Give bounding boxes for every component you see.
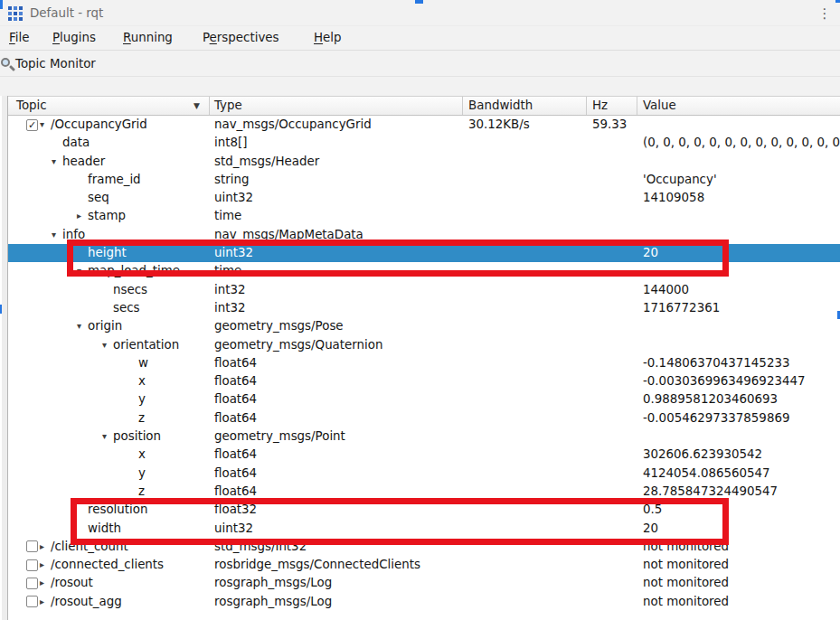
column-header-topic[interactable]: Topic	[16, 97, 47, 115]
type-cell: rosgraph_msgs/Log	[214, 593, 332, 611]
topic-name[interactable]: seq	[88, 189, 109, 207]
table-row[interactable]: yfloat640.9889581203460693	[8, 390, 840, 409]
topic-name[interactable]: resolution	[88, 501, 147, 519]
table-row[interactable]: ▾origingeometry_msgs/Pose	[8, 317, 840, 335]
topic-checkbox[interactable]	[26, 559, 38, 571]
topic-name[interactable]: header	[62, 153, 105, 171]
blue-artifact	[835, 0, 840, 3]
column-divider[interactable]	[637, 97, 637, 115]
menu-item-plugins[interactable]: Plugins	[52, 26, 96, 50]
value-cell: 20	[643, 244, 658, 262]
table-row[interactable]: dataint8[](0, 0, 0, 0, 0, 0, 0, 0, 0, 0,…	[8, 134, 840, 152]
collapse-arrow-icon[interactable]: ▾	[72, 317, 86, 335]
topic-name[interactable]: y	[138, 465, 146, 483]
table-row[interactable]: ▸/client_countstd_msgs/Int32not monitore…	[8, 538, 840, 556]
column-header-bandwidth[interactable]: Bandwidth	[468, 97, 533, 115]
type-cell: nav_msgs/OccupancyGrid	[214, 116, 372, 134]
sort-desc-icon[interactable]: ▼	[193, 97, 200, 115]
topic-name[interactable]: z	[138, 409, 145, 427]
column-divider[interactable]	[586, 97, 587, 115]
type-cell: int8[]	[214, 134, 247, 152]
table-row[interactable]: xfloat64-0.0030369963496923447	[8, 372, 840, 390]
type-cell: float64	[214, 409, 257, 427]
overflow-menu-icon[interactable]: ⋮	[816, 3, 833, 24]
search-icon	[1, 58, 15, 72]
table-row[interactable]: zfloat6428.785847324490547	[8, 483, 840, 501]
topic-name[interactable]: /client_count	[51, 538, 128, 556]
value-cell: 28.785847324490547	[643, 483, 778, 501]
dock-left-edge	[2, 96, 8, 620]
collapse-arrow-icon[interactable]: ▾	[98, 427, 111, 446]
table-row[interactable]: ▾✓/OccupancyGridnav_msgs/OccupancyGrid30…	[8, 116, 840, 134]
topic-name[interactable]: height	[88, 244, 127, 262]
table-row[interactable]: frame_idstring'Occupancy'	[8, 171, 840, 189]
topic-name[interactable]: /OccupancyGrid	[51, 116, 147, 134]
table-row[interactable]: xfloat64302606.623930542	[8, 446, 840, 464]
topic-checkbox[interactable]	[26, 596, 38, 607]
topic-name[interactable]: /rosout_agg	[51, 593, 122, 611]
topic-checkbox[interactable]: ✓	[26, 119, 38, 131]
collapse-arrow-icon[interactable]: ▾	[47, 153, 61, 171]
table-row[interactable]: yfloat644124054.086560547	[8, 465, 840, 483]
column-divider[interactable]	[462, 97, 463, 115]
table-row[interactable]: ▾map_load_timetime	[8, 262, 840, 280]
column-header-hz[interactable]: Hz	[592, 97, 608, 115]
topic-name[interactable]: z	[138, 483, 145, 501]
type-cell: std_msgs/Int32	[214, 538, 307, 556]
topic-name[interactable]: origin	[88, 317, 122, 335]
topic-name[interactable]: width	[88, 520, 121, 538]
table-row[interactable]: nsecsint32144000	[8, 281, 840, 299]
menu-item-help[interactable]: Help	[314, 26, 342, 50]
collapse-arrow-icon[interactable]: ▾	[98, 336, 111, 354]
table-row[interactable]: resolutionfloat320.5	[8, 501, 840, 519]
topic-name[interactable]: /connected_clients	[51, 556, 164, 574]
menu-bar: File Plugins Running Perspectives Help	[0, 26, 840, 51]
table-body: ▾✓/OccupancyGridnav_msgs/OccupancyGrid30…	[8, 116, 840, 611]
topic-name[interactable]: x	[138, 372, 146, 390]
table-row[interactable]: heightuint3220	[8, 244, 840, 262]
topic-name[interactable]: orientation	[113, 336, 179, 354]
value-cell: not monitored	[643, 574, 729, 592]
table-row[interactable]: ▸/connected_clientsrosbridge_msgs/Connec…	[8, 556, 840, 574]
topic-name[interactable]: w	[138, 354, 148, 372]
menu-item-file[interactable]: File	[9, 26, 29, 50]
collapse-arrow-icon[interactable]: ▾	[72, 262, 86, 280]
table-row[interactable]: ▾positiongeometry_msgs/Point	[8, 427, 840, 446]
table-row[interactable]: zfloat64-0.00546297337859869	[8, 409, 840, 427]
topic-name[interactable]: stamp	[88, 207, 126, 225]
table-row[interactable]: ▸/rosout_aggrosgraph_msgs/Lognot monitor…	[8, 593, 840, 611]
table-row[interactable]: ▸/rosoutrosgraph_msgs/Lognot monitored	[8, 574, 840, 592]
expand-arrow-icon[interactable]: ▸	[72, 207, 86, 225]
table-row[interactable]: ▸stamptime	[8, 207, 840, 225]
topic-name[interactable]: secs	[113, 299, 140, 317]
table-row[interactable]: sequint3214109058	[8, 189, 840, 207]
value-cell: (0, 0, 0, 0, 0, 0, 0, 0, 0, 0, 0, 0, 0, …	[643, 134, 840, 152]
table-row[interactable]: ▾infonav_msgs/MapMetaData	[8, 226, 840, 244]
menu-item-perspectives[interactable]: Perspectives	[203, 26, 279, 50]
topic-name[interactable]: nsecs	[113, 281, 147, 299]
type-cell: string	[214, 171, 249, 189]
value-cell: 0.9889581203460693	[643, 390, 778, 409]
topic-checkbox[interactable]	[26, 578, 38, 589]
menu-item-running[interactable]: Running	[123, 26, 173, 50]
column-divider[interactable]	[209, 97, 210, 115]
topic-name[interactable]: /rosout	[51, 574, 93, 592]
collapse-arrow-icon[interactable]: ▾	[47, 226, 61, 244]
topic-name[interactable]: map_load_time	[88, 262, 180, 280]
table-row[interactable]: ▾headerstd_msgs/Header	[8, 153, 840, 171]
table-row[interactable]: secsint321716772361	[8, 299, 840, 317]
topic-name[interactable]: y	[138, 390, 146, 409]
table-row[interactable]: widthuint3220	[8, 520, 840, 538]
table-row[interactable]: wfloat64-0.14806370437145233	[8, 354, 840, 372]
topic-name[interactable]: frame_id	[88, 171, 141, 189]
topic-name[interactable]: x	[138, 446, 146, 464]
column-header-type[interactable]: Type	[214, 97, 242, 115]
column-header-value[interactable]: Value	[643, 97, 676, 115]
topic-checkbox[interactable]	[26, 540, 38, 552]
topic-name[interactable]: data	[62, 134, 90, 152]
topic-name[interactable]: position	[113, 427, 161, 446]
topic-name[interactable]: info	[62, 226, 85, 244]
type-cell: uint32	[214, 189, 253, 207]
value-cell: not monitored	[643, 593, 729, 611]
table-row[interactable]: ▾orientationgeometry_msgs/Quaternion	[8, 336, 840, 354]
